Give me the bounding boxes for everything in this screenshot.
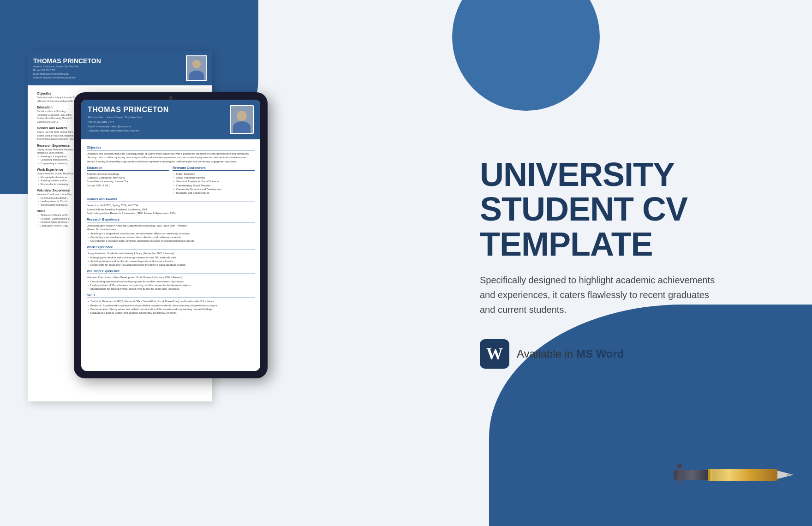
tablet-skills-bullet-1: Technical: Proficient in SPSS, Microsoft… [87, 299, 255, 303]
tablet-coursework-item-2: Social Research Methods [173, 176, 255, 179]
tablet-cv-name: THOMAS PRINCETON [88, 106, 225, 114]
word-icon-letter: W [486, 344, 503, 364]
tablet-coursework-item-3: Statistical Analysis for Social Sciences [173, 179, 255, 183]
tablet-skills-title: Skills [87, 293, 255, 298]
tablet-cv-photo [230, 105, 254, 134]
svg-point-7 [677, 464, 682, 468]
word-icon: W [480, 339, 509, 369]
tablet-education-col: Education Bachelor of Arts in Sociology … [87, 163, 169, 195]
tablet-cv-contact: Address: North Lane, Banner City, New Yo… [88, 115, 225, 133]
paper-cv-name: THOMAS PRINCETON [33, 57, 182, 65]
svg-rect-6 [678, 467, 681, 484]
available-text: Available in MS Word [517, 347, 624, 360]
tablet-coursework-item-6: Inequality and Social Change [173, 191, 255, 195]
tablet-education-text: Bachelor of Arts in Sociology (Expected … [87, 172, 169, 187]
tablet-coursework-item-4: Contemporary Social Theories [173, 184, 255, 187]
tablet-skills-bullet-3: Communication: Strong written and verbal… [87, 307, 255, 311]
tablet-research-mentor: Mentor: Dr. Jane Andrews [87, 227, 255, 231]
right-section: UNIVERSITY STUDENT CV TEMPLATE Specifica… [443, 0, 812, 526]
left-section: THOMAS PRINCETON Address: North Lane, Ba… [0, 0, 286, 526]
tablet-objective-text: Dedicated and scholarly third-year Socio… [87, 152, 255, 163]
tablet-honors-item-1: Dean's List: Fall 2053, Spring 2024, Fal… [87, 203, 255, 207]
tablet-honors-item-2: Scarlet Scholar Award for Academic Excel… [87, 208, 255, 211]
main-title: UNIVERSITY STUDENT CV TEMPLATE [480, 157, 775, 262]
pen-svg [674, 460, 794, 496]
tablet-cv-photo-person [231, 106, 253, 133]
svg-rect-2 [708, 469, 710, 481]
paper-cv-contact: Address: North Lane, Banner City, New Yo… [33, 65, 182, 79]
tablet-work-bullet-2: Assisting students and faculty with rese… [87, 259, 255, 263]
main-title-line1: UNIVERSITY [480, 156, 675, 193]
tablet-work-title: Work Experience [87, 245, 255, 250]
tablet-objective-title: Objective [87, 146, 255, 150]
tablet-research-bullet-2: Conducting extensive literature reviews,… [87, 235, 255, 239]
svg-rect-1 [708, 469, 777, 481]
tablet-education-title: Education [87, 166, 169, 171]
tablet-honors-item-3: Best Undergraduate Research Presentation… [87, 211, 255, 215]
tablet-coursework-item-5: Community Dynamics and Development [173, 187, 255, 191]
tablet-volunteer-bullet-2: Leading a team of 15+ volunteers in orga… [87, 283, 255, 287]
tablet-volunteer-bullet-3: Spearheading fundraising events, raising… [87, 287, 255, 291]
tablet-work-role: Library Assistant, Scarlet Moon Universi… [87, 251, 255, 255]
tablet-cv-body: Objective Dedicated and scholarly third-… [81, 139, 260, 318]
tablet-camera [169, 96, 173, 100]
tablet-volunteer-role: Volunteer Coordinator, Urban Development… [87, 275, 255, 279]
tablet-cv-header-info: THOMAS PRINCETON Address: North Lane, Ba… [88, 106, 225, 133]
tablet-coursework-item-1: Urban Sociology [173, 172, 255, 176]
ms-word-badge: W Available in MS Word [480, 339, 775, 369]
tablet-skills-bullet-2: Research: Experienced in qualitative and… [87, 304, 255, 307]
svg-rect-3 [711, 469, 712, 481]
tablet-coursework-col: Relevant Coursework Urban Sociology Soci… [173, 163, 255, 195]
tablet-volunteer-bullet-1: Coordinating educational and social prog… [87, 280, 255, 283]
tablet-coursework-title: Relevant Coursework [173, 166, 255, 171]
tablet-research-role: Undergraduate Research Assistant, Depart… [87, 224, 255, 227]
tablet-honors-title: Honors and Awards [87, 197, 255, 202]
paper-cv-photo [186, 55, 207, 81]
main-title-line2: STUDENT CV [480, 191, 687, 227]
tablet-research-bullet-1: Assisting in a longitudinal study focuse… [87, 232, 255, 235]
tablet-work-bullet-3: Responsible for cataloging new acquisiti… [87, 263, 255, 267]
tablet-two-col: Education Bachelor of Arts in Sociology … [87, 163, 255, 195]
tablet-screen: THOMAS PRINCETON Address: North Lane, Ba… [81, 100, 260, 371]
tablet-device: THOMAS PRINCETON Address: North Lane, Ba… [74, 92, 268, 378]
tablet-research-bullet-3: Co-preparing a research paper aimed for … [87, 239, 255, 243]
tablet-skills-bullet-4: Languages: Fluent in English and Spanish… [87, 311, 255, 315]
main-title-line3: TEMPLATE [480, 226, 653, 263]
pen-decoration [674, 460, 794, 498]
main-description: Specifically designed to highlight acade… [480, 273, 720, 317]
tablet-volunteer-title: Volunteer Experience [87, 269, 255, 274]
paper-cv-header: THOMAS PRINCETON Address: North Lane, Ba… [28, 51, 212, 85]
tablet-research-title: Research Experience [87, 218, 255, 222]
tablet-cv-header: THOMAS PRINCETON Address: North Lane, Ba… [81, 100, 260, 139]
tablet-work-bullet-1: Managing the check-in and check-out proc… [87, 256, 255, 259]
